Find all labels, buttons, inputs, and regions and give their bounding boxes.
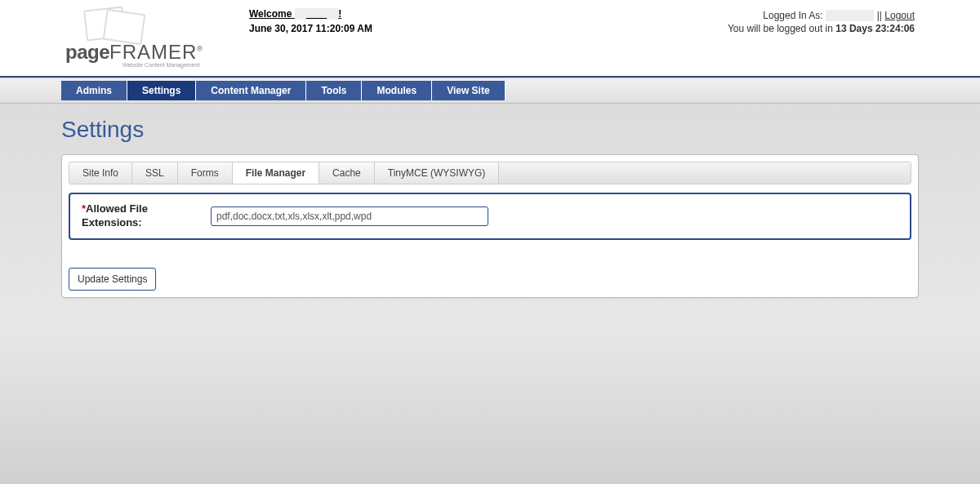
logged-in-label: Logged In As: <box>763 10 826 21</box>
update-settings-button[interactable]: Update Settings <box>69 268 156 291</box>
nav-admins[interactable]: Admins <box>61 81 127 100</box>
separator: || <box>874 10 884 21</box>
tab-cache[interactable]: Cache <box>319 162 375 184</box>
current-datetime: June 30, 2017 11:20:09 AM <box>249 23 372 34</box>
allowed-ext-label: *Allowed File Extensions: <box>82 202 196 230</box>
main-nav: Admins Settings Content Manager Tools Mo… <box>61 78 506 97</box>
nav-modules[interactable]: Modules <box>362 81 432 100</box>
timeout-value: 13 Days 23:24:06 <box>835 23 915 34</box>
logo: pageFRAMER® Website Content Management <box>65 7 212 72</box>
logo-text-framer: FRAMER <box>109 41 197 63</box>
page-title: Settings <box>61 117 919 143</box>
logo-text-page: page <box>65 41 109 63</box>
welcome-text: Welcome user! <box>249 8 341 20</box>
nav-content-manager[interactable]: Content Manager <box>196 81 306 100</box>
logged-in-user: user <box>826 10 874 21</box>
nav-view-site[interactable]: View Site <box>432 81 505 100</box>
tab-file-manager[interactable]: File Manager <box>233 162 319 184</box>
tab-forms[interactable]: Forms <box>178 162 233 184</box>
timeout-prefix: You will be logged out in <box>728 23 835 34</box>
allowed-ext-input[interactable] <box>211 206 488 226</box>
settings-subtabs: Site Info SSL Forms File Manager Cache T… <box>69 162 911 184</box>
nav-settings[interactable]: Settings <box>127 81 196 100</box>
tab-tinymce[interactable]: TinyMCE (WYSIWYG) <box>375 162 500 184</box>
logout-link[interactable]: Logout <box>884 10 915 21</box>
settings-panel: Site Info SSL Forms File Manager Cache T… <box>61 154 919 298</box>
file-manager-form: *Allowed File Extensions: <box>69 193 911 240</box>
tab-site-info[interactable]: Site Info <box>69 162 132 184</box>
nav-tools[interactable]: Tools <box>306 81 362 100</box>
logo-tagline: Website Content Management <box>122 62 199 68</box>
tab-ssl[interactable]: SSL <box>132 162 178 184</box>
